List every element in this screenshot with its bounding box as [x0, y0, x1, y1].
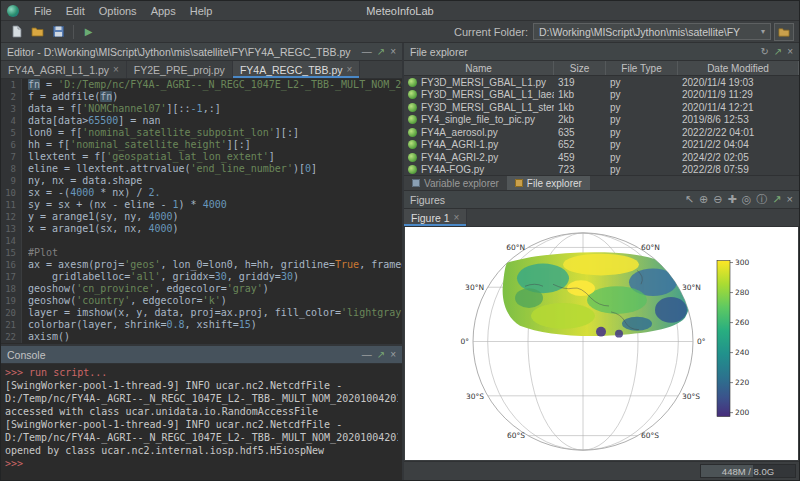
code-token: data = f[: [28, 103, 82, 114]
figures-panel: Figures ↖ ⊕ ⊖ ✚ ◎ ⓘ ↗ × Figure 1×: [404, 191, 799, 461]
code-token: 'nominal_satellite_height': [70, 139, 227, 150]
code-line[interactable]: 2f = addfile(fn): [1, 91, 402, 103]
code-line[interactable]: 3data = f['NOMChannel07'][::-1,:]: [1, 103, 402, 115]
open-file-button[interactable]: [28, 23, 47, 41]
code-text: #Plot: [28, 247, 58, 259]
code-line[interactable]: 10sx = -(4000 * nx) / 2.: [1, 187, 402, 199]
column-header-c1[interactable]: Size: [554, 61, 606, 75]
file-cell: 2022/2/8 07:59: [678, 164, 799, 175]
file-row[interactable]: FY3D_MERSI_GBAL_L1.py319py2020/11/4 19:0…: [404, 76, 799, 89]
tab-label: FY2E_PRE_proj.py: [134, 64, 225, 76]
zoom-in-icon[interactable]: ⊕: [699, 194, 708, 205]
tab-close-icon[interactable]: ×: [454, 212, 460, 223]
file-row[interactable]: FY4_single_file_to_pic.py2kbpy2019/8/6 1…: [404, 114, 799, 127]
code-line[interactable]: 17 gridlabelloc='all', griddx=30, griddy…: [1, 271, 402, 283]
toolbar: ▶ Current Folder: D:\Working\MIScript\Jy…: [1, 21, 799, 43]
code-line[interactable]: 11sy = sx + (nx - eline - 1) * 4000: [1, 199, 402, 211]
new-file-button[interactable]: [7, 23, 26, 41]
close-panel-icon[interactable]: ×: [787, 194, 793, 205]
close-panel-icon[interactable]: ×: [390, 350, 396, 360]
save-file-button[interactable]: [49, 23, 68, 41]
code-line[interactable]: 12y = arange1(sy, ny, 4000): [1, 211, 402, 223]
pan-icon[interactable]: ✚: [728, 194, 737, 205]
code-line[interactable]: 1fn = 'D:/Temp/nc/FY4A-_AGRI--_N_REGC_10…: [1, 79, 402, 91]
dock-tab-variable-explorer[interactable]: Variable explorer: [404, 176, 507, 190]
code-text: fn = 'D:/Temp/nc/FY4A-_AGRI--_N_REGC_104…: [28, 79, 402, 91]
file-row[interactable]: FY4A_AGRI-1.py652py2021/2/2 04:04: [404, 139, 799, 152]
svg-text:30°S: 30°S: [682, 392, 700, 401]
menu-edit[interactable]: Edit: [59, 4, 92, 18]
figure-tab[interactable]: Figure 1×: [404, 209, 467, 226]
code-area[interactable]: 1fn = 'D:/Temp/nc/FY4A-_AGRI--_N_REGC_10…: [1, 79, 402, 344]
code-line[interactable]: 16ax = axesm(proj='geos', lon_0=lon0, h=…: [1, 259, 402, 271]
svg-text:60°N: 60°N: [641, 243, 660, 252]
menu-options[interactable]: Options: [92, 4, 144, 18]
line-number: 3: [1, 103, 22, 115]
memory-indicator[interactable]: 448M / 8.0G: [700, 464, 796, 478]
line-number: 14: [1, 235, 22, 247]
column-header-name[interactable]: Name: [404, 61, 554, 75]
code-line[interactable]: 19geoshow('country', edgecolor='k'): [1, 295, 402, 307]
select-cursor-icon[interactable]: ↖: [685, 194, 694, 205]
menu-apps[interactable]: Apps: [144, 4, 183, 18]
browse-folder-button[interactable]: [774, 23, 794, 41]
column-header-c2[interactable]: File Type: [606, 61, 678, 75]
code-token: True: [335, 259, 359, 270]
code-token: sx = -(: [28, 187, 70, 198]
code-line[interactable]: 20layer = imshow(x, y, data, proj=ax.pro…: [1, 307, 402, 319]
zoom-out-icon[interactable]: ⊖: [713, 194, 722, 205]
editor-tab[interactable]: FY4A_AGRI_L1_1.py×: [1, 61, 127, 78]
code-line[interactable]: 18geoshow('cn_province', edgecolor='gray…: [1, 283, 402, 295]
menu-help[interactable]: Help: [183, 4, 220, 18]
current-folder-combobox[interactable]: D:\Working\MIScript\Jython\mis\satellite…: [533, 23, 771, 40]
minimize-icon[interactable]: —: [362, 47, 372, 57]
code-line[interactable]: 21colorbar(layer, shrink=0.8, xshift=15): [1, 319, 402, 331]
code-line[interactable]: 22axism(): [1, 331, 402, 343]
code-line[interactable]: 15#Plot: [1, 247, 402, 259]
file-cell: 652: [554, 139, 606, 150]
file-cell: py: [606, 152, 678, 163]
editor-tab[interactable]: FY2E_PRE_proj.py: [127, 61, 233, 78]
dock-tab-file-explorer[interactable]: File explorer: [507, 176, 590, 190]
full-extent-icon[interactable]: ◎: [742, 194, 752, 205]
code-token: ): [263, 283, 269, 294]
file-cell: 2kb: [554, 114, 606, 125]
file-row[interactable]: FY4A_aerosol.py635py2022/2/22 04:01: [404, 126, 799, 139]
code-line[interactable]: 4data[data>65500] = nan: [1, 115, 402, 127]
code-line[interactable]: 6hh = f['nominal_satellite_height'][:]: [1, 139, 402, 151]
code-token: layer = imshow(x, y, data, proj=ax.proj,…: [28, 307, 341, 318]
float-panel-icon[interactable]: ↗: [377, 47, 385, 57]
chevron-down-icon[interactable]: ▾: [757, 27, 765, 36]
column-header-c3[interactable]: Date Modified: [678, 61, 799, 75]
code-line[interactable]: 9ny, nx = data.shape: [1, 175, 402, 187]
code-text: axism(): [28, 331, 70, 343]
code-line[interactable]: 13x = arange1(sx, nx, 4000): [1, 223, 402, 235]
editor-tab[interactable]: FY4A_REGC_TBB.py×: [233, 61, 361, 78]
file-row[interactable]: FY4A_AGRI-2.py459py2024/2/2 02:05: [404, 151, 799, 164]
tab-close-icon[interactable]: ×: [113, 64, 119, 75]
file-row[interactable]: FY3D_MERSI_GBAL_L1_laea.py1kbpy2020/11/9…: [404, 89, 799, 102]
code-line[interactable]: 5lon0 = f['nominal_satellite_subpoint_lo…: [1, 127, 402, 139]
line-number: 13: [1, 223, 22, 235]
code-line[interactable]: 7llextent = f['geospatial_lat_lon_extent…: [1, 151, 402, 163]
file-row[interactable]: FY3D_MERSI_GBAL_L1_stere.py1kbpy2020/11/…: [404, 101, 799, 114]
code-line[interactable]: 8eline = llextent.attrvalue('end_line_nu…: [1, 163, 402, 175]
close-panel-icon[interactable]: ×: [787, 47, 793, 57]
code-line[interactable]: 14: [1, 235, 402, 247]
minimize-icon[interactable]: —: [362, 350, 372, 360]
file-cell: py: [606, 139, 678, 150]
code-text: y = arange1(sy, ny, 4000): [28, 211, 179, 223]
console-line: [SwingWorker-pool-1-thread-9] INFO ucar.…: [5, 418, 398, 431]
menu-file[interactable]: File: [27, 4, 59, 18]
console-output[interactable]: >>> run script...[SwingWorker-pool-1-thr…: [1, 364, 402, 480]
refresh-icon[interactable]: ↻: [760, 47, 768, 57]
code-text: ny, nx = data.shape: [28, 175, 142, 187]
figure-canvas[interactable]: 60°N 60°N 30°N 30°N 0° 0° 30°S 30°S 60°S…: [405, 227, 798, 460]
float-panel-icon[interactable]: ↗: [772, 194, 781, 205]
identify-icon[interactable]: ⓘ: [756, 194, 767, 205]
tab-close-icon[interactable]: ×: [347, 64, 353, 75]
close-panel-icon[interactable]: ×: [390, 47, 396, 57]
run-script-button[interactable]: ▶: [79, 23, 98, 41]
float-panel-icon[interactable]: ↗: [774, 47, 782, 57]
float-panel-icon[interactable]: ↗: [377, 350, 385, 360]
